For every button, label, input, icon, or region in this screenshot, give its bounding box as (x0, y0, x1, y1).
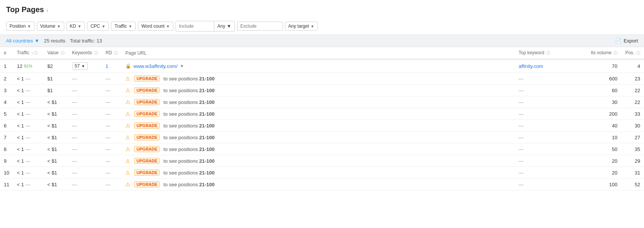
cell-value: $2 (43, 59, 68, 73)
cell-pos: 4 (621, 59, 644, 73)
upgrade-badge[interactable]: UPGRADE (134, 75, 160, 82)
table-row: 9< 1—< $1——⚠UPGRADEto see positions 21-1… (0, 155, 644, 167)
cell-rd: — (102, 108, 122, 120)
upgrade-badge[interactable]: UPGRADE (134, 158, 160, 164)
cell-traffic: < 1— (13, 143, 43, 155)
cell-top-keyword: — (515, 108, 583, 120)
chevron-down-icon: ▼ (27, 24, 31, 28)
upgrade-badge[interactable]: UPGRADE (134, 99, 160, 105)
cell-pos: 31 (621, 167, 644, 179)
wordcount-filter[interactable]: Word count ▼ (138, 22, 173, 31)
chevron-down-icon[interactable]: ▼ (180, 64, 184, 68)
rd-link[interactable]: 1 (106, 63, 108, 69)
cell-keywords: — (68, 120, 102, 132)
page-title-info: i (47, 8, 48, 13)
upgrade-badge[interactable]: UPGRADE (134, 87, 160, 93)
cell-value: < $1 (43, 132, 68, 143)
cell-num: 2 (0, 73, 13, 85)
cell-rd: — (102, 120, 122, 132)
cell-top-keyword: — (515, 179, 583, 190)
col-header-volume: Its volume ⓘ (583, 47, 621, 59)
cell-its-volume: 600 (583, 73, 621, 85)
cell-top-keyword: — (515, 143, 583, 155)
cell-url: ⚠UPGRADEto see positions 21-100 (122, 167, 515, 179)
cell-pos: 52 (621, 179, 644, 190)
warning-icon: ⚠ (125, 99, 130, 105)
cell-value: $1 (43, 73, 68, 85)
kd-filter[interactable]: KD ▼ (66, 22, 85, 31)
cell-num: 11 (0, 179, 13, 190)
upgrade-badge[interactable]: UPGRADE (134, 146, 160, 152)
warning-icon: ⚠ (125, 75, 130, 82)
cell-num: 7 (0, 132, 13, 143)
exclude-input[interactable] (237, 22, 283, 31)
volume-filter[interactable]: Volume ▼ (37, 22, 64, 31)
upgrade-badge[interactable]: UPGRADE (134, 134, 160, 140)
cell-num: 10 (0, 167, 13, 179)
col-header-rd: RD ⓘ (102, 47, 122, 59)
keywords-dropdown[interactable]: 57 ▼ (72, 62, 88, 70)
cell-value: < $1 (43, 96, 68, 108)
col-header-pos: Pos. ⓘ (621, 47, 644, 59)
upgrade-badge[interactable]: UPGRADE (134, 111, 160, 117)
cell-pos: 35 (621, 143, 644, 155)
any-target-filter[interactable]: Any target ▼ (285, 22, 318, 31)
upgrade-badge[interactable]: UPGRADE (134, 123, 160, 129)
upgrade-badge[interactable]: UPGRADE (134, 170, 160, 176)
cell-top-keyword: — (515, 167, 583, 179)
table-row: 7< 1—< $1——⚠UPGRADEto see positions 21-1… (0, 132, 644, 143)
cell-traffic: < 1— (13, 85, 43, 96)
cell-keywords: — (68, 132, 102, 143)
chevron-down-icon: ▼ (101, 24, 105, 28)
chevron-down-icon: ▼ (310, 24, 314, 28)
cell-keywords: — (68, 73, 102, 85)
export-button[interactable]: 📄 Export (615, 38, 638, 44)
cell-rd: — (102, 73, 122, 85)
cell-num: 3 (0, 85, 13, 96)
traffic-filter[interactable]: Traffic ▼ (111, 22, 136, 31)
cell-pos: 33 (621, 108, 644, 120)
cell-keywords: — (68, 155, 102, 167)
cell-rd: — (102, 179, 122, 190)
col-header-topkw: Top keyword ⓘ (515, 47, 583, 59)
cell-value: < $1 (43, 143, 68, 155)
cell-url: ⚠UPGRADEto see positions 21-100 (122, 155, 515, 167)
top-keyword-link[interactable]: affinity.com (519, 63, 543, 69)
cell-its-volume: 100 (583, 179, 621, 190)
include-input[interactable] (176, 22, 214, 30)
cell-pos: 30 (621, 120, 644, 132)
countries-dropdown[interactable]: All countries ▼ (6, 38, 40, 44)
chevron-down-icon: ▼ (166, 24, 170, 28)
any-dropdown[interactable]: Any ▼ (214, 22, 234, 30)
cell-keywords: — (68, 108, 102, 120)
cell-its-volume: 20 (583, 155, 621, 167)
col-header-value: Value ⓘ (43, 47, 68, 59)
cell-url: ⚠UPGRADEto see positions 21-100 (122, 143, 515, 155)
cell-top-keyword: affinity.com (515, 59, 583, 73)
cell-num: 1 (0, 59, 13, 73)
position-filter[interactable]: Position ▼ (6, 22, 35, 31)
cell-pos: 22 (621, 96, 644, 108)
cell-num: 8 (0, 143, 13, 155)
cell-url: ⚠UPGRADEto see positions 21-100 (122, 179, 515, 190)
cell-top-keyword: — (515, 120, 583, 132)
cell-rd: — (102, 143, 122, 155)
cell-its-volume: 20 (583, 167, 621, 179)
table-row: 5< 1—< $1——⚠UPGRADEto see positions 21-1… (0, 108, 644, 120)
cell-url: ⚠UPGRADEto see positions 21-100 (122, 73, 515, 85)
col-header-num: # (0, 47, 13, 59)
cell-pos: 29 (621, 155, 644, 167)
table-row: 4< 1—< $1——⚠UPGRADEto see positions 21-1… (0, 96, 644, 108)
upgrade-badge[interactable]: UPGRADE (134, 181, 160, 187)
cell-pos: 22 (621, 85, 644, 96)
cell-pos: 23 (621, 73, 644, 85)
page-url-link[interactable]: www.w3affinity.com/ (133, 63, 177, 69)
chevron-down-icon: ▼ (78, 24, 81, 28)
export-icon: 📄 (615, 38, 621, 44)
cell-pos: 27 (621, 132, 644, 143)
warning-icon: ⚠ (125, 158, 130, 164)
col-header-traffic: Traffic ↓ⓘ (13, 47, 43, 59)
col-header-keywords: Keywords ⓘ (68, 47, 102, 59)
cpc-filter[interactable]: CPC ▼ (87, 22, 109, 31)
warning-icon: ⚠ (125, 87, 130, 93)
